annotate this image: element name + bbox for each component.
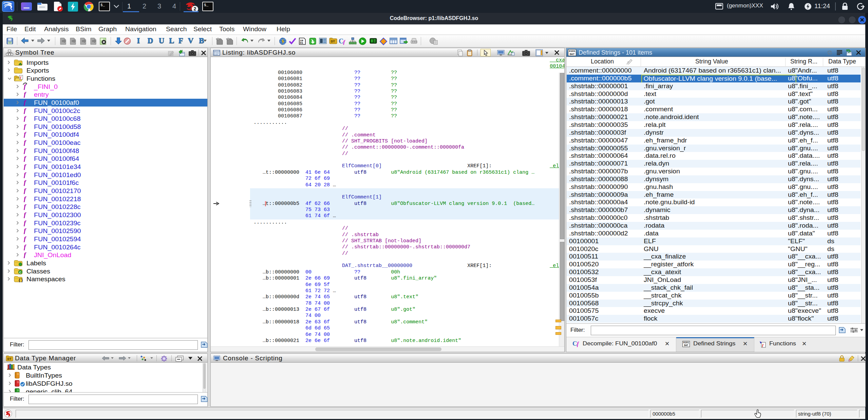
svg-text:01: 01	[300, 41, 303, 44]
svg-text:DT: DT	[7, 358, 12, 361]
svg-text:{}: {}	[18, 278, 23, 282]
svg-text:f: f	[343, 39, 346, 45]
svg-text:C: C	[19, 271, 22, 274]
svg-text:DT: DT	[331, 40, 335, 43]
